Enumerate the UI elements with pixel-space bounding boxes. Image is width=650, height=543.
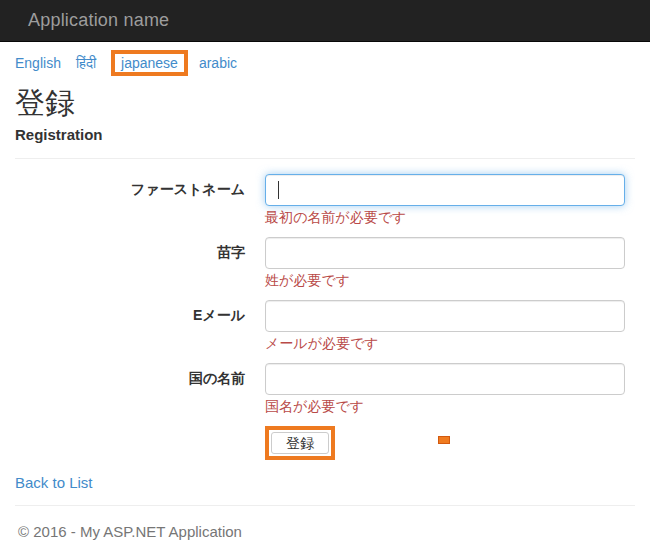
app-name-brand[interactable]: Application name: [28, 10, 169, 31]
back-to-list-link[interactable]: Back to List: [15, 474, 93, 491]
form-row-email: Eメール メールが必要です: [15, 300, 635, 353]
country-field-wrap: 国名が必要です: [265, 363, 625, 416]
email-input[interactable]: [265, 300, 625, 332]
form-row-country: 国の名前 国名が必要です: [15, 363, 635, 416]
form-row-lastname: 苗字 姓が必要です: [15, 237, 635, 290]
email-field-wrap: メールが必要です: [265, 300, 625, 353]
footer-divider: [15, 505, 635, 506]
form-row-firstname: ファーストネーム 最初の名前が必要です: [15, 174, 635, 227]
country-input[interactable]: [265, 363, 625, 395]
email-label: Eメール: [15, 300, 265, 353]
lastname-label: 苗字: [15, 237, 265, 290]
register-button-highlight-annotation: 登録: [265, 426, 335, 460]
country-error: 国名が必要です: [265, 398, 625, 415]
register-button[interactable]: 登録: [271, 432, 329, 454]
text-cursor: [278, 181, 279, 199]
firstname-label: ファーストネーム: [15, 174, 265, 227]
email-error: メールが必要です: [265, 335, 625, 352]
lang-link-japanese[interactable]: japanese: [121, 55, 178, 71]
heading-divider: [15, 158, 635, 159]
lastname-field-wrap: 姓が必要です: [265, 237, 625, 290]
submit-row: 登録: [265, 426, 635, 457]
page-subtitle: Registration: [15, 126, 635, 144]
language-bar: English हिंदी japanese arabic: [15, 50, 635, 76]
lastname-error: 姓が必要です: [265, 272, 625, 289]
lang-link-english[interactable]: English: [15, 55, 61, 71]
country-label: 国の名前: [15, 363, 265, 416]
firstname-input[interactable]: [265, 174, 625, 206]
page-footer: © 2016 - My ASP.NET Application: [15, 524, 635, 540]
japanese-highlight-annotation: japanese: [111, 50, 188, 76]
lang-link-hindi[interactable]: हिंदी: [76, 55, 96, 72]
firstname-error: 最初の名前が必要です: [265, 209, 625, 226]
lastname-input[interactable]: [265, 237, 625, 269]
lang-link-arabic[interactable]: arabic: [199, 55, 237, 71]
navbar: Application name: [0, 0, 650, 42]
copyright-text: © 2016 - My ASP.NET Application: [15, 524, 635, 540]
page-title: 登録: [15, 86, 635, 120]
firstname-field-wrap: 最初の名前が必要です: [265, 174, 625, 227]
orange-marker-annotation: [438, 436, 450, 444]
registration-form: ファーストネーム 最初の名前が必要です 苗字 姓が必要です Eメール メールが必…: [15, 174, 635, 457]
